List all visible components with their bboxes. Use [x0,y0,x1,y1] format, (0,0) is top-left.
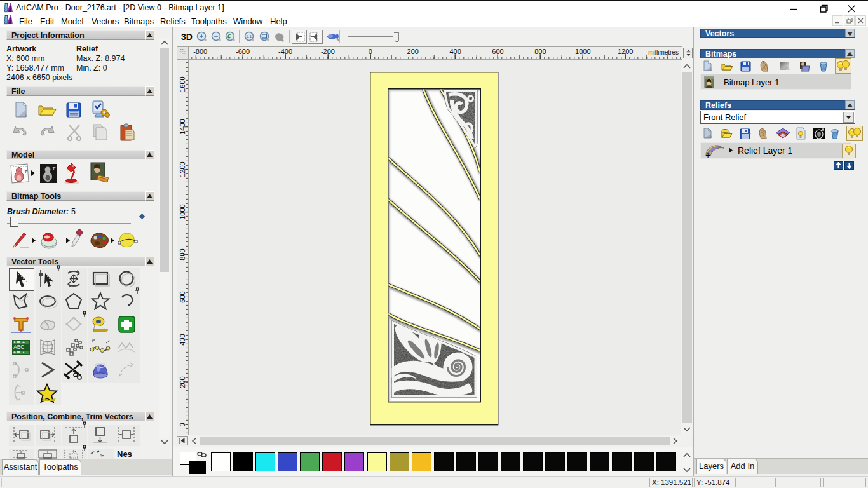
svg-text:Nes: Nes [117,449,132,459]
svg-text:1:1: 1:1 [246,34,252,39]
svg-text:a° ★: a° ★ [90,449,100,455]
svg-text:ABC: ABC [13,344,24,350]
svg-text:ºc: ºc [100,454,104,458]
